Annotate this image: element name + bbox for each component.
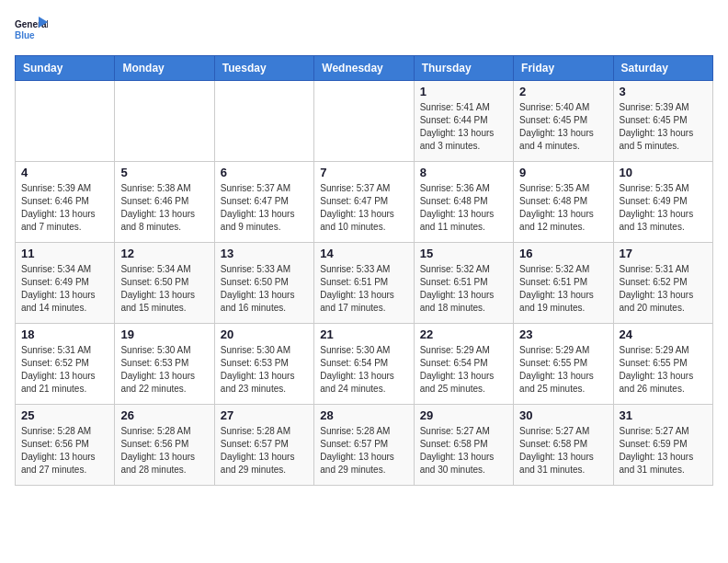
day-cell: 23Sunrise: 5:29 AM Sunset: 6:55 PM Dayli… [514, 324, 613, 405]
calendar-header: SundayMondayTuesdayWednesdayThursdayFrid… [16, 56, 713, 81]
day-number: 30 [519, 408, 607, 422]
day-info: Sunrise: 5:31 AM Sunset: 6:52 PM Dayligh… [21, 344, 108, 396]
day-info: Sunrise: 5:38 AM Sunset: 6:46 PM Dayligh… [120, 182, 208, 234]
day-cell: 10Sunrise: 5:35 AM Sunset: 6:49 PM Dayli… [613, 162, 712, 243]
day-number: 14 [320, 247, 407, 260]
day-info: Sunrise: 5:37 AM Sunset: 6:47 PM Dayligh… [320, 182, 407, 234]
day-number: 2 [519, 85, 607, 98]
day-cell: 31Sunrise: 5:27 AM Sunset: 6:59 PM Dayli… [613, 405, 712, 486]
day-info: Sunrise: 5:34 AM Sunset: 6:49 PM Dayligh… [21, 263, 108, 315]
day-cell: 20Sunrise: 5:30 AM Sunset: 6:53 PM Dayli… [214, 324, 313, 405]
day-number: 26 [120, 408, 208, 422]
day-cell: 19Sunrise: 5:30 AM Sunset: 6:53 PM Dayli… [115, 324, 214, 405]
day-cell [16, 81, 115, 162]
day-info: Sunrise: 5:32 AM Sunset: 6:51 PM Dayligh… [519, 263, 607, 315]
day-cell: 25Sunrise: 5:28 AM Sunset: 6:56 PM Dayli… [16, 405, 115, 486]
day-info: Sunrise: 5:28 AM Sunset: 6:57 PM Dayligh… [221, 425, 308, 477]
day-number: 22 [420, 327, 507, 341]
day-cell: 3Sunrise: 5:39 AM Sunset: 6:45 PM Daylig… [613, 81, 712, 162]
logo: GeneralBlue [15, 15, 48, 48]
day-number: 28 [320, 408, 407, 422]
day-number: 9 [519, 166, 607, 179]
day-info: Sunrise: 5:37 AM Sunset: 6:47 PM Dayligh… [221, 182, 308, 234]
day-info: Sunrise: 5:41 AM Sunset: 6:44 PM Dayligh… [420, 101, 507, 153]
day-info: Sunrise: 5:29 AM Sunset: 6:55 PM Dayligh… [620, 344, 707, 396]
day-cell: 22Sunrise: 5:29 AM Sunset: 6:54 PM Dayli… [414, 324, 513, 405]
day-cell: 12Sunrise: 5:34 AM Sunset: 6:50 PM Dayli… [115, 243, 214, 324]
day-info: Sunrise: 5:31 AM Sunset: 6:52 PM Dayligh… [620, 263, 707, 315]
day-info: Sunrise: 5:33 AM Sunset: 6:50 PM Dayligh… [221, 263, 308, 315]
day-number: 15 [420, 247, 507, 260]
day-cell [314, 81, 414, 162]
day-cell: 1Sunrise: 5:41 AM Sunset: 6:44 PM Daylig… [414, 81, 513, 162]
week-row-4: 25Sunrise: 5:28 AM Sunset: 6:56 PM Dayli… [16, 405, 713, 486]
day-info: Sunrise: 5:27 AM Sunset: 6:59 PM Dayligh… [620, 425, 707, 477]
day-info: Sunrise: 5:30 AM Sunset: 6:54 PM Dayligh… [320, 344, 407, 396]
day-info: Sunrise: 5:30 AM Sunset: 6:53 PM Dayligh… [120, 344, 208, 396]
day-cell: 28Sunrise: 5:28 AM Sunset: 6:57 PM Dayli… [314, 405, 414, 486]
day-number: 21 [320, 327, 407, 341]
day-info: Sunrise: 5:40 AM Sunset: 6:45 PM Dayligh… [519, 101, 607, 153]
day-info: Sunrise: 5:27 AM Sunset: 6:58 PM Dayligh… [420, 425, 507, 477]
day-number: 27 [221, 408, 308, 422]
day-info: Sunrise: 5:29 AM Sunset: 6:55 PM Dayligh… [519, 344, 607, 396]
day-number: 17 [620, 247, 707, 260]
day-info: Sunrise: 5:29 AM Sunset: 6:54 PM Dayligh… [420, 344, 507, 396]
day-cell: 6Sunrise: 5:37 AM Sunset: 6:47 PM Daylig… [214, 162, 313, 243]
day-number: 1 [420, 85, 507, 98]
day-cell [115, 81, 214, 162]
day-info: Sunrise: 5:30 AM Sunset: 6:53 PM Dayligh… [221, 344, 308, 396]
header-day-saturday: Saturday [613, 56, 712, 81]
week-row-3: 18Sunrise: 5:31 AM Sunset: 6:52 PM Dayli… [16, 324, 713, 405]
day-cell: 17Sunrise: 5:31 AM Sunset: 6:52 PM Dayli… [613, 243, 712, 324]
day-number: 12 [120, 247, 208, 260]
day-number: 23 [519, 327, 607, 341]
header-day-tuesday: Tuesday [214, 56, 313, 81]
day-cell: 13Sunrise: 5:33 AM Sunset: 6:50 PM Dayli… [214, 243, 313, 324]
day-info: Sunrise: 5:35 AM Sunset: 6:49 PM Dayligh… [620, 182, 707, 234]
day-cell: 26Sunrise: 5:28 AM Sunset: 6:56 PM Dayli… [115, 405, 214, 486]
day-number: 18 [21, 327, 108, 341]
day-number: 5 [120, 166, 208, 179]
week-row-2: 11Sunrise: 5:34 AM Sunset: 6:49 PM Dayli… [16, 243, 713, 324]
day-number: 10 [620, 166, 707, 179]
day-number: 4 [21, 166, 108, 179]
calendar-table: SundayMondayTuesdayWednesdayThursdayFrid… [15, 55, 713, 486]
day-number: 13 [221, 247, 308, 260]
day-cell: 24Sunrise: 5:29 AM Sunset: 6:55 PM Dayli… [613, 324, 712, 405]
week-row-0: 1Sunrise: 5:41 AM Sunset: 6:44 PM Daylig… [16, 81, 713, 162]
day-info: Sunrise: 5:28 AM Sunset: 6:56 PM Dayligh… [120, 425, 208, 477]
day-info: Sunrise: 5:28 AM Sunset: 6:57 PM Dayligh… [320, 425, 407, 477]
day-number: 7 [320, 166, 407, 179]
day-info: Sunrise: 5:34 AM Sunset: 6:50 PM Dayligh… [120, 263, 208, 315]
day-cell: 11Sunrise: 5:34 AM Sunset: 6:49 PM Dayli… [16, 243, 115, 324]
day-number: 25 [21, 408, 108, 422]
day-info: Sunrise: 5:39 AM Sunset: 6:46 PM Dayligh… [21, 182, 108, 234]
day-number: 8 [420, 166, 507, 179]
day-number: 16 [519, 247, 607, 260]
day-cell: 21Sunrise: 5:30 AM Sunset: 6:54 PM Dayli… [314, 324, 414, 405]
day-cell [214, 81, 313, 162]
header-day-wednesday: Wednesday [314, 56, 414, 81]
day-number: 24 [620, 327, 707, 341]
day-cell: 15Sunrise: 5:32 AM Sunset: 6:51 PM Dayli… [414, 243, 513, 324]
day-cell: 30Sunrise: 5:27 AM Sunset: 6:58 PM Dayli… [514, 405, 613, 486]
header-day-monday: Monday [115, 56, 214, 81]
day-number: 11 [21, 247, 108, 260]
day-number: 20 [221, 327, 308, 341]
day-cell: 5Sunrise: 5:38 AM Sunset: 6:46 PM Daylig… [115, 162, 214, 243]
day-cell: 4Sunrise: 5:39 AM Sunset: 6:46 PM Daylig… [16, 162, 115, 243]
day-info: Sunrise: 5:36 AM Sunset: 6:48 PM Dayligh… [420, 182, 507, 234]
day-cell: 2Sunrise: 5:40 AM Sunset: 6:45 PM Daylig… [514, 81, 613, 162]
logo-icon: GeneralBlue [15, 15, 48, 48]
day-number: 31 [620, 408, 707, 422]
day-info: Sunrise: 5:33 AM Sunset: 6:51 PM Dayligh… [320, 263, 407, 315]
day-number: 29 [420, 408, 507, 422]
week-row-1: 4Sunrise: 5:39 AM Sunset: 6:46 PM Daylig… [16, 162, 713, 243]
header-day-sunday: Sunday [16, 56, 115, 81]
day-cell: 8Sunrise: 5:36 AM Sunset: 6:48 PM Daylig… [414, 162, 513, 243]
day-cell: 18Sunrise: 5:31 AM Sunset: 6:52 PM Dayli… [16, 324, 115, 405]
day-cell: 16Sunrise: 5:32 AM Sunset: 6:51 PM Dayli… [514, 243, 613, 324]
day-info: Sunrise: 5:39 AM Sunset: 6:45 PM Dayligh… [620, 101, 707, 153]
day-cell: 9Sunrise: 5:35 AM Sunset: 6:48 PM Daylig… [514, 162, 613, 243]
